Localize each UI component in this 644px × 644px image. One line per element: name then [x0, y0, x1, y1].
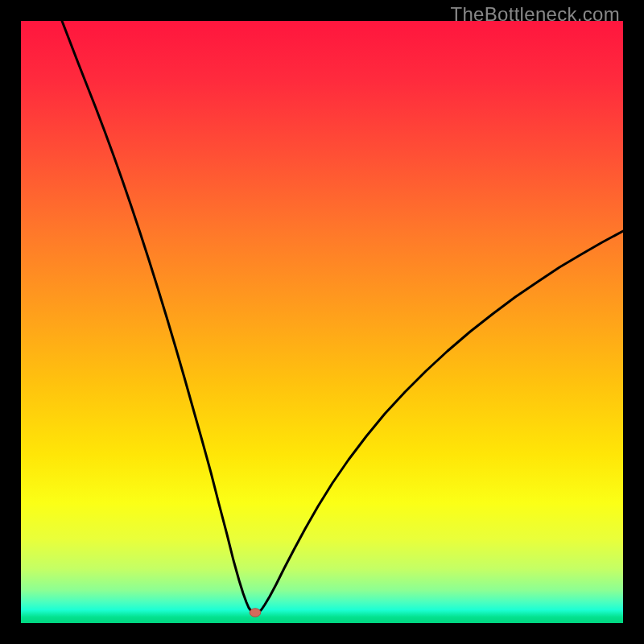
bottleneck-chart — [21, 21, 623, 623]
chart-frame — [21, 21, 623, 623]
optimal-point-marker — [250, 609, 261, 617]
gradient-background — [21, 21, 623, 623]
